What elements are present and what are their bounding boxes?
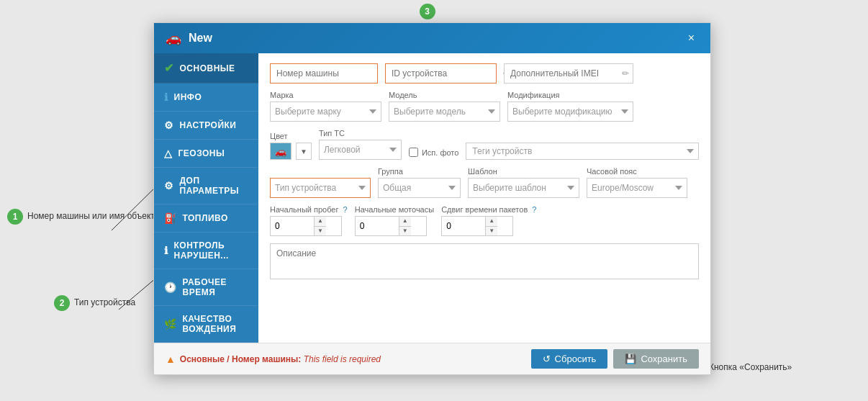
isp-foto-checkbox[interactable] — [409, 148, 418, 157]
isp-foto-label: Исп. фото — [422, 148, 458, 157]
cvet-group: Цвет 🚗 ▼ — [270, 132, 312, 160]
cvet-label: Цвет — [270, 132, 312, 140]
sdvig-hint-icon[interactable]: ? — [532, 205, 536, 214]
nachalny-probeg-label: Начальный пробег ? — [270, 205, 348, 214]
chasovoy-poyas-label: Часовой пояс — [587, 167, 687, 176]
sidebar-item-kachestvo[interactable]: 🌿 КАЧЕСТВО ВОЖДЕНИЯ — [154, 306, 258, 343]
shablon-select[interactable]: Выберите шаблон — [468, 178, 579, 198]
tip-ustroistva-select[interactable]: Тип устройства — [270, 178, 371, 198]
imei-edit-icon[interactable]: ✏ — [622, 68, 629, 78]
sdvig-down-btn[interactable]: ▼ — [486, 227, 497, 236]
color-row: 🚗 ▼ — [270, 143, 312, 160]
sidebar-label-osnovy: ОСНОВНЫЕ — [180, 63, 235, 73]
leaf-icon: 🌿 — [164, 318, 177, 330]
save-label: Сохранить — [641, 353, 687, 364]
opisanie-textarea[interactable] — [270, 243, 699, 279]
save-button[interactable]: 💾 Сохранить — [613, 349, 699, 369]
probeg-hint-icon[interactable]: ? — [343, 205, 348, 214]
sidebar-item-toplivo[interactable]: ⛽ ТОПЛИВО — [154, 204, 258, 233]
sdvig-spinners: ▲ ▼ — [485, 217, 497, 235]
annotation-2: 2 Тип устройства — [54, 295, 135, 311]
tegi-group: Теги устройств — [466, 143, 699, 160]
sidebar-item-rabochee[interactable]: 🕐 РАБОЧЕЕ ВРЕМЯ — [154, 269, 258, 306]
footer-error: ▲ Основные / Номер машины: This field is… — [166, 353, 381, 365]
nachalny-probeg-group: Начальный пробег ? ▲ ▼ — [270, 205, 348, 236]
save-icon: 💾 — [625, 353, 636, 364]
sidebar-item-osnovy[interactable]: ✔ ОСНОВНЫЕ — [154, 53, 258, 84]
gruppa-group: Группа Общая — [378, 167, 461, 198]
id-ustroistva-wrapper: ✏ — [385, 63, 497, 84]
probeg-up-btn[interactable]: ▲ — [315, 217, 326, 227]
sidebar-label-geozony: ГЕОЗОНЫ — [178, 148, 225, 158]
sidebar-item-dop[interactable]: ⚙ ДОП ПАРАМЕТРЫ — [154, 168, 258, 204]
marka-label: Марка — [270, 91, 381, 99]
motochasy-input-wrapper: ▲ ▼ — [355, 216, 427, 236]
chasovoy-poyas-group: Часовой пояс Europe/Moscow — [587, 167, 687, 198]
id-ustroistva-input[interactable] — [392, 68, 499, 78]
marka-select[interactable]: Выберите марку — [270, 102, 381, 122]
sidebar-item-kontrol[interactable]: ℹ КОНТРОЛЬ НАРУШЕН... — [154, 233, 258, 269]
probeg-spinners: ▲ ▼ — [314, 217, 326, 235]
color-swatch[interactable]: 🚗 — [270, 143, 291, 160]
sdvig-input[interactable] — [442, 217, 485, 235]
sidebar-item-geozony[interactable]: △ ГЕОЗОНЫ — [154, 140, 258, 168]
sidebar-label-nastroyki: НАСТРОЙКИ — [180, 120, 237, 130]
tip-ts-select[interactable]: Легковой — [319, 140, 402, 160]
modal-title: New — [189, 32, 677, 45]
sidebar-label-rabochee: РАБОЧЕЕ ВРЕМЯ — [183, 277, 249, 297]
sidebar-item-nastroyki[interactable]: ⚙ НАСТРОЙКИ — [154, 112, 258, 140]
probeg-down-btn[interactable]: ▼ — [315, 227, 326, 236]
modal-dialog: 🚗 New × ✔ ОСНОВНЫЕ ℹ ИНФО ⚙ — [153, 22, 711, 375]
motochasy-down-btn[interactable]: ▼ — [399, 227, 411, 236]
dop-icon: ⚙ — [164, 180, 174, 192]
annotation-badge-3: 3 — [420, 4, 435, 19]
color-dropdown-btn[interactable]: ▼ — [296, 143, 312, 160]
annotation-text-4: Кнопка «Сохранить» — [709, 362, 792, 372]
marka-group: Марка Выберите марку — [270, 91, 381, 122]
reset-icon: ↺ — [543, 353, 551, 364]
car-color-icon: 🚗 — [275, 146, 286, 157]
isp-foto-group: Исп. фото — [409, 148, 458, 160]
modal-footer: ▲ Основные / Номер машины: This field is… — [154, 343, 710, 374]
nomer-mashiny-input[interactable] — [270, 63, 378, 84]
imei-wrapper: ✏ — [504, 63, 633, 84]
tip-ustroistva-group: Тип устройства — [270, 178, 371, 198]
model-select[interactable]: Выберите модель — [389, 102, 500, 122]
row-1: ✏ ✏ — [270, 63, 699, 84]
geo-icon: △ — [164, 148, 173, 159]
gruppa-select[interactable]: Общая — [378, 178, 461, 198]
sidebar-item-info[interactable]: ℹ ИНФО — [154, 84, 258, 112]
kontrol-icon: ℹ — [164, 245, 168, 256]
row-6 — [270, 243, 699, 279]
row-2: Марка Выберите марку Модель Выберите мод… — [270, 91, 699, 122]
tegi-select[interactable]: Теги устройств — [466, 143, 699, 160]
annotation-text-1: Номер машины или имя объекта — [27, 211, 159, 221]
sdvig-up-btn[interactable]: ▲ — [486, 217, 497, 227]
outer-wrapper: 1 Номер машины или имя объекта 2 Тип уст… — [0, 0, 868, 401]
annotation-1: 1 Номер машины или имя объекта — [7, 209, 159, 225]
motochasy-up-btn[interactable]: ▲ — [399, 217, 411, 227]
modal-close-button[interactable]: × — [684, 30, 699, 46]
annotation-badge-2: 2 — [54, 295, 70, 311]
modifikaciya-select[interactable]: Выберите модификацию — [507, 102, 633, 122]
modifikaciya-label: Модификация — [507, 91, 633, 99]
motochasy-spinners: ▲ ▼ — [399, 217, 411, 235]
clock-icon: 🕐 — [164, 281, 177, 293]
motochasy-input[interactable] — [356, 217, 399, 235]
sidebar-label-kontrol: КОНТРОЛЬ НАРУШЕН... — [174, 240, 249, 261]
modal-body: ✔ ОСНОВНЫЕ ℹ ИНФО ⚙ НАСТРОЙКИ △ ГЕОЗОНЫ — [154, 53, 710, 343]
dop-imei-input[interactable] — [510, 68, 618, 78]
nachalny-probeg-input[interactable] — [271, 217, 314, 235]
chasovoy-poyas-select[interactable]: Europe/Moscow — [587, 178, 687, 198]
sidebar-label-dop: ДОП ПАРАМЕТРЫ — [180, 176, 249, 196]
reset-label: Сбросить — [555, 353, 597, 364]
annotation-4: Кнопка «Сохранить» — [709, 360, 792, 372]
modifikaciya-group: Модификация Выберите модификацию — [507, 91, 633, 122]
shablon-group: Шаблон Выберите шаблон — [468, 167, 579, 198]
sidebar: ✔ ОСНОВНЫЕ ℹ ИНФО ⚙ НАСТРОЙКИ △ ГЕОЗОНЫ — [154, 53, 258, 343]
info-icon: ℹ — [164, 91, 168, 103]
reset-button[interactable]: ↺ Сбросить — [531, 349, 608, 369]
sidebar-label-kachestvo: КАЧЕСТВО ВОЖДЕНИЯ — [183, 314, 249, 334]
sidebar-label-info: ИНФО — [174, 92, 202, 102]
footer-buttons: ↺ Сбросить 💾 Сохранить — [531, 349, 699, 369]
